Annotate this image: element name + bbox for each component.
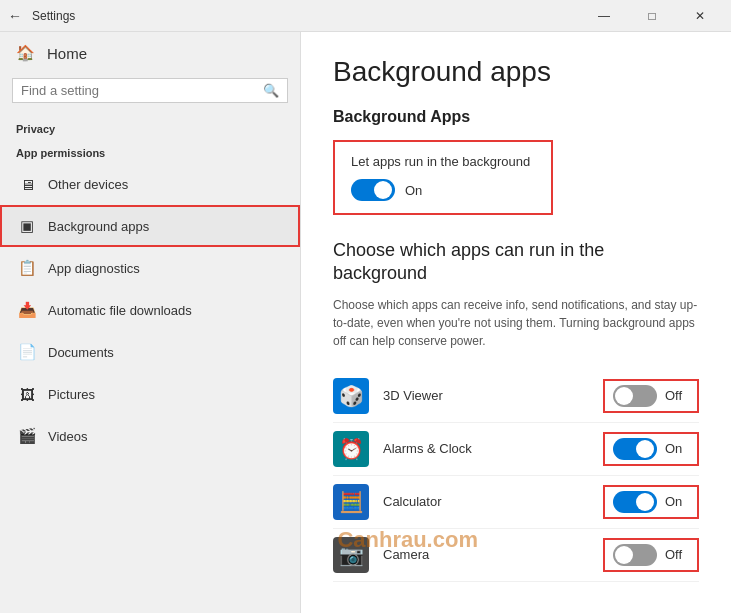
other-devices-icon: 🖥 [18, 175, 36, 193]
background-apps-label: Background apps [48, 219, 149, 234]
3d-viewer-toggle-area: Off [603, 379, 699, 413]
minimize-button[interactable]: — [581, 0, 627, 32]
sidebar-item-pictures[interactable]: 🖼 Pictures [0, 373, 300, 415]
documents-icon: 📄 [18, 343, 36, 361]
camera-toggle[interactable] [613, 544, 657, 566]
main-toggle-text: On [405, 183, 422, 198]
sidebar-items: 🖥 Other devices ▣ Background apps 📋 App … [0, 163, 300, 457]
app-item-alarms-clock: ⏰ Alarms & Clock On [333, 423, 699, 476]
main-toggle[interactable] [351, 179, 395, 201]
background-apps-section-title: Background Apps [333, 108, 699, 126]
documents-label: Documents [48, 345, 114, 360]
search-icon[interactable]: 🔍 [263, 83, 279, 98]
3d-viewer-icon: 🎲 [333, 378, 369, 414]
3d-viewer-toggle-label: Off [665, 388, 689, 403]
alarms-clock-toggle-label: On [665, 441, 689, 456]
maximize-button[interactable]: □ [629, 0, 675, 32]
page-title: Background apps [333, 56, 699, 88]
main-toggle-label: Let apps run in the background [351, 154, 535, 169]
sidebar-item-background-apps[interactable]: ▣ Background apps [0, 205, 300, 247]
background-apps-icon: ▣ [18, 217, 36, 235]
privacy-label: Privacy [0, 115, 300, 139]
sidebar-item-app-diagnostics[interactable]: 📋 App diagnostics [0, 247, 300, 289]
main-toggle-box: Let apps run in the background On [333, 140, 553, 215]
app-diagnostics-label: App diagnostics [48, 261, 140, 276]
3d-viewer-name: 3D Viewer [383, 388, 603, 403]
close-button[interactable]: ✕ [677, 0, 723, 32]
right-panel: Background apps Background Apps Let apps… [300, 32, 731, 613]
app-item-3d-viewer: 🎲 3D Viewer Off [333, 370, 699, 423]
app-permissions-label: App permissions [0, 139, 300, 163]
search-input[interactable] [21, 83, 263, 98]
sidebar-item-videos[interactable]: 🎬 Videos [0, 415, 300, 457]
calculator-toggle-label: On [665, 494, 689, 509]
calculator-icon: 🧮 [333, 484, 369, 520]
automatic-file-downloads-label: Automatic file downloads [48, 303, 192, 318]
sidebar-item-documents[interactable]: 📄 Documents [0, 331, 300, 373]
camera-toggle-label: Off [665, 547, 689, 562]
camera-toggle-area: Off [603, 538, 699, 572]
calculator-toggle[interactable] [613, 491, 657, 513]
sidebar-item-home[interactable]: 🏠 Home [0, 32, 300, 74]
pictures-icon: 🖼 [18, 385, 36, 403]
search-box: 🔍 [12, 78, 288, 103]
sidebar-item-automatic-file-downloads[interactable]: 📥 Automatic file downloads [0, 289, 300, 331]
title-bar: ← Settings — □ ✕ [0, 0, 731, 32]
videos-icon: 🎬 [18, 427, 36, 445]
back-button[interactable]: ← [8, 8, 22, 24]
choose-section-title: Choose which apps can run in the backgro… [333, 239, 699, 286]
main-toggle-row: On [351, 179, 535, 201]
title-bar-title: Settings [32, 9, 581, 23]
alarms-clock-name: Alarms & Clock [383, 441, 603, 456]
app-item-camera: 📷 Camera Off [333, 529, 699, 582]
automatic-file-downloads-icon: 📥 [18, 301, 36, 319]
other-devices-label: Other devices [48, 177, 128, 192]
home-label: Home [47, 45, 87, 62]
alarms-clock-toggle-area: On [603, 432, 699, 466]
3d-viewer-toggle[interactable] [613, 385, 657, 407]
app-diagnostics-icon: 📋 [18, 259, 36, 277]
window-controls: — □ ✕ [581, 0, 723, 32]
main-container: 🏠 Home 🔍 Privacy App permissions 🖥 Other… [0, 32, 731, 613]
home-icon: 🏠 [16, 44, 35, 62]
pictures-label: Pictures [48, 387, 95, 402]
sidebar-item-other-devices[interactable]: 🖥 Other devices [0, 163, 300, 205]
app-item-calculator: 🧮 Calculator On [333, 476, 699, 529]
choose-description: Choose which apps can receive info, send… [333, 296, 699, 350]
calculator-toggle-area: On [603, 485, 699, 519]
camera-icon: 📷 [333, 537, 369, 573]
videos-label: Videos [48, 429, 88, 444]
camera-name: Camera [383, 547, 603, 562]
alarms-clock-icon: ⏰ [333, 431, 369, 467]
calculator-name: Calculator [383, 494, 603, 509]
app-list: 🎲 3D Viewer Off ⏰ Alarms & Clock On 🧮 Ca… [333, 370, 699, 582]
alarms-clock-toggle[interactable] [613, 438, 657, 460]
sidebar: 🏠 Home 🔍 Privacy App permissions 🖥 Other… [0, 32, 300, 613]
